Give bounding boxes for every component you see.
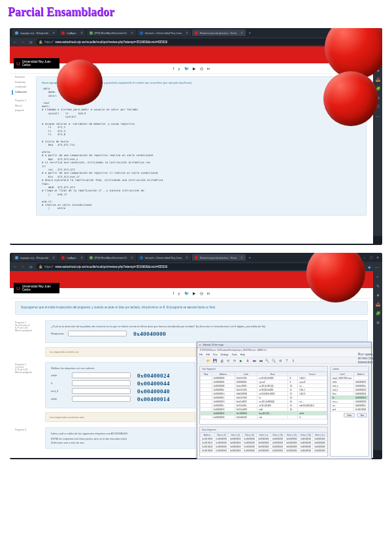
facebook-icon[interactable]: f [173,67,174,71]
q1-prompt: ¿Cuál es la dirección de la palabra de m… [51,325,362,328]
twitter-icon[interactable]: 🐦 [184,66,189,71]
url-input[interactable]: 🔒 https://www.aulavirtual.urjc.es/moodle… [36,39,348,45]
tab-3[interactable]: [FIS] MarsMipsSimulator4.5✕ [87,29,136,36]
menu-tools[interactable]: Tools [232,353,237,356]
reload-button[interactable]: ⟳ [28,39,33,44]
handwriting-annotation: 0x40040000 [133,331,166,337]
close-icon[interactable]: ✕ [80,31,83,35]
wrench-icon[interactable]: 🔧 [265,358,270,363]
mars-simulator-window[interactable]: ● Sábado 13 de mayo D:\FIS\2023\teoria_2… [197,342,372,459]
menu-file[interactable]: File [199,353,203,356]
save-icon[interactable]: 💾 [212,358,218,363]
new-icon[interactable]: 📄 [199,358,204,363]
menu-settings[interactable]: Settings [221,353,229,356]
question-label: Pregunta 1 Se muestra en 0.75 de 1.00 Ma… [15,320,41,332]
new-tab-button[interactable]: + [247,30,252,35]
screenshot-1: myapps urjc - Búsqueda✕ myApps✕ [FIS] Ma… [10,28,382,245]
lock-icon: 🔒 [39,40,42,44]
tab-4[interactable]: Intranet - Universidad Rey Juan✕ [137,254,191,261]
sim-titlebar[interactable]: ● Sábado 13 de mayo [197,342,371,348]
sidebar-dl-icon[interactable]: 📥 [375,76,380,82]
tab-2[interactable]: myApps✕ [59,29,85,36]
instagram-icon[interactable]: ◎ [200,66,203,71]
site-header: UUniversidad Rey Juan Carlos 🔒 [10,46,373,63]
back-step-icon[interactable]: ⏮ [258,358,263,363]
close-icon[interactable]: ✕ [131,31,133,35]
gear-icon[interactable]: ⚙ [278,358,283,363]
menu-edit[interactable]: Edit [206,353,210,356]
page-title: Parcial Ensamblador [0,0,392,24]
back-button[interactable]: ← [12,39,18,44]
quiz-nav-side: Resumen Finalizado compleado Calificació… [10,74,33,115]
text-segment-table[interactable]: BkptAddressCodeBasicSource0x004000000x3c… [200,372,327,419]
sidebar-more-icon[interactable]: ⋯ [375,113,380,118]
context-hint: Supongamos que el iniciar la ejecución d… [15,301,368,315]
redaction-sphere [57,59,103,105]
menu-help[interactable]: Help [240,353,245,356]
run-icon[interactable]: ▶ [238,358,244,363]
undo-icon[interactable]: ⟲ [225,358,231,363]
q3-prompt: Indica cuál o cuáles de los siguientes e… [51,432,189,435]
reload-button[interactable]: ⟳ [28,264,33,269]
redaction-sphere [323,71,378,126]
data-segment-panel[interactable]: Data Segment AddressValue (+0)Value (+4)… [199,427,328,457]
step-icon[interactable]: ⏭ [252,358,257,363]
sim-toolbar: 📄 📂 💾 🖨 ⟲ ⟳ ▶ ⏸ ⏭ ⏮ 🔧 🔍 ⚙ ? ℹ Run speed … [197,357,371,364]
find-icon[interactable]: 🔍 [271,358,276,363]
info-icon[interactable]: ℹ [291,358,296,363]
data-button[interactable]: Data [344,413,355,417]
linkedin-icon[interactable]: in [207,67,210,71]
labels-panel[interactable]: Labels LabelAddressmips1_90497099.asmwhi… [330,366,369,457]
q2-input-1[interactable] [72,372,131,378]
tab-5[interactable]: Examen parcial práctico - Tema✕ [192,29,246,36]
close-icon[interactable]: ✕ [240,31,243,35]
tab-5[interactable]: Examen parcial práctico - Tema✕ [192,254,246,261]
help-icon[interactable]: ? [284,358,289,363]
urjc-logo[interactable]: UUniversidad Rey Juan Carlos [14,283,59,293]
q1-answer-input[interactable] [68,331,127,336]
close-icon[interactable]: ✕ [186,31,188,35]
run-speed-label: Run speed at max (no interaction) [363,355,368,361]
q2-input-4[interactable] [72,396,131,402]
tab-1[interactable]: myapps urjc - Búsqueda✕ [12,29,57,36]
text-segment-panel[interactable]: Text Segment BkptAddressCodeBasicSource0… [199,366,328,425]
new-tab-button[interactable]: + [247,255,252,260]
q2-prompt: Rellena las etiquetas con sus valores: [51,367,189,370]
question-label: Pregunta 2 Correcta 0.75 de 1.00 Marcar … [15,362,41,374]
pause-icon[interactable]: ⏸ [245,358,250,363]
y-icon[interactable]: y [178,67,180,71]
windows-taskbar: ☀ 22°CMayorm. nublado ⊞⌕Búsqueda ▣ ●●● ●… [10,244,382,245]
text-button[interactable]: Text [357,413,367,417]
back-button[interactable]: ← [12,264,18,269]
q2-input-2[interactable] [72,380,131,386]
menu-run[interactable]: Run [213,353,217,356]
tab-4[interactable]: Intranet - Universidad Rey Juan✕ [137,29,191,36]
mips-code-block: .data opea: .space 4 valor: .space 4 .te… [42,87,361,211]
tab-1[interactable]: myapps urjc - Búsqueda✕ [12,254,57,261]
labels-table[interactable]: LabelAddressmips1_90497099.asmwhile0x004… [331,372,368,412]
forward-button[interactable]: → [20,264,25,269]
tab-3[interactable]: [FIS] MarsMipsSimulator4.5✕ [87,254,136,261]
forward-button[interactable]: → [20,39,25,44]
url-input[interactable]: 🔒https://www.aulavirtual.urjc.es/moodle/… [36,263,348,270]
urjc-logo[interactable]: UUniversidad Rey Juan Carlos [14,58,59,69]
labels-buttons: Data Text [331,412,368,419]
screenshot-2: myapps urjc - Búsqueda✕ myApps✕ [FIS] Ma… [10,253,382,459]
open-icon[interactable]: 📂 [206,358,211,363]
question-label: Pregunta 3 [15,427,41,431]
close-icon[interactable]: ✕ [52,31,55,35]
print-icon[interactable]: 🖨 [219,358,224,363]
edge-sidebar: ⌕ ✎ ★ 📥 🧩 ⚙ ⓘ ⋯ [373,46,382,236]
youtube-icon[interactable]: ▶ [193,66,196,71]
sim-menubar: File Edit Run Settings Tools Help [197,352,371,357]
feedback: Las respuestas correctas son: [45,412,195,422]
q2-input-3[interactable] [72,388,131,394]
edge-sidebar: ⌕ ✎ ★ 📥 🧩 ⚙ [373,271,382,450]
redo-icon[interactable]: ⟳ [232,358,237,363]
data-segment-table[interactable]: AddressValue (+0)Value (+4)Value (+8)Val… [200,432,327,453]
tab-2[interactable]: myApps✕ [59,254,85,261]
